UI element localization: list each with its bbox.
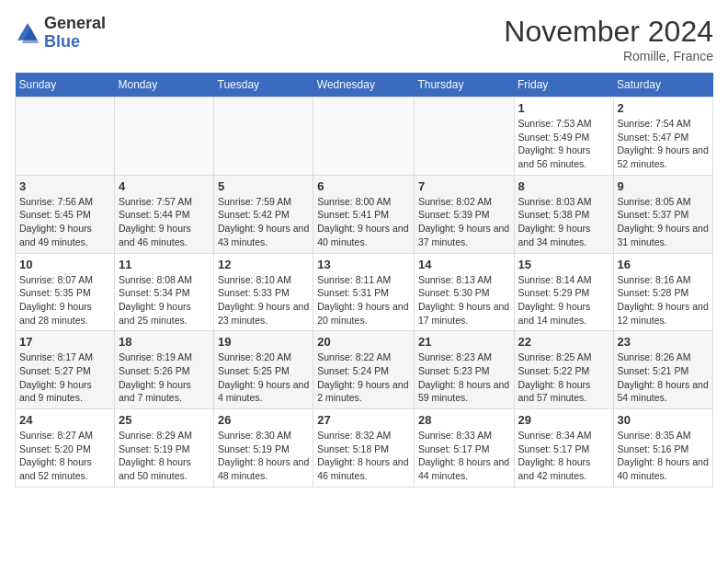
calendar-cell: [16, 98, 115, 176]
calendar-cell: 20Sunrise: 8:22 AM Sunset: 5:24 PM Dayli…: [313, 331, 415, 409]
calendar-cell: 26Sunrise: 8:30 AM Sunset: 5:19 PM Dayli…: [214, 409, 313, 488]
calendar-cell: 24Sunrise: 8:27 AM Sunset: 5:20 PM Dayli…: [16, 409, 115, 488]
day-number: 23: [618, 335, 710, 349]
day-info: Sunrise: 8:19 AM Sunset: 5:26 PM Dayligh…: [119, 350, 210, 405]
weekday-header-row: SundayMondayTuesdayWednesdayThursdayFrid…: [16, 73, 713, 98]
day-info: Sunrise: 8:11 AM Sunset: 5:31 PM Dayligh…: [317, 273, 410, 327]
day-info: Sunrise: 8:20 AM Sunset: 5:25 PM Dayligh…: [218, 350, 309, 405]
day-info: Sunrise: 8:22 AM Sunset: 5:24 PM Dayligh…: [317, 350, 410, 405]
day-number: 1: [518, 101, 609, 115]
calendar-cell: 1Sunrise: 7:53 AM Sunset: 5:49 PM Daylig…: [514, 98, 613, 176]
day-number: 4: [119, 179, 210, 193]
day-info: Sunrise: 7:53 AM Sunset: 5:49 PM Dayligh…: [518, 117, 609, 171]
month-title: November 2024: [504, 15, 713, 49]
calendar-cell: 19Sunrise: 8:20 AM Sunset: 5:25 PM Dayli…: [214, 331, 313, 409]
calendar-cell: 30Sunrise: 8:35 AM Sunset: 5:16 PM Dayli…: [613, 409, 713, 488]
calendar-week-5: 24Sunrise: 8:27 AM Sunset: 5:20 PM Dayli…: [16, 409, 713, 488]
day-number: 22: [518, 335, 609, 349]
day-info: Sunrise: 7:59 AM Sunset: 5:42 PM Dayligh…: [218, 195, 309, 249]
weekday-header-thursday: Thursday: [414, 73, 514, 98]
day-info: Sunrise: 8:29 AM Sunset: 5:19 PM Dayligh…: [119, 429, 210, 483]
calendar-cell: 17Sunrise: 8:17 AM Sunset: 5:27 PM Dayli…: [16, 331, 115, 409]
day-number: 10: [19, 258, 110, 271]
calendar-cell: 12Sunrise: 8:10 AM Sunset: 5:33 PM Dayli…: [214, 253, 313, 331]
day-number: 18: [119, 335, 210, 349]
day-number: 8: [518, 179, 609, 193]
day-info: Sunrise: 8:33 AM Sunset: 5:17 PM Dayligh…: [418, 429, 510, 483]
calendar-cell: 9Sunrise: 8:05 AM Sunset: 5:37 PM Daylig…: [613, 175, 713, 253]
day-info: Sunrise: 8:07 AM Sunset: 5:35 PM Dayligh…: [19, 273, 110, 327]
calendar-week-3: 10Sunrise: 8:07 AM Sunset: 5:35 PM Dayli…: [16, 253, 713, 331]
title-area: November 2024 Romille, France: [504, 15, 713, 63]
day-number: 13: [317, 258, 410, 271]
day-info: Sunrise: 8:14 AM Sunset: 5:29 PM Dayligh…: [518, 273, 609, 327]
day-number: 11: [119, 258, 210, 271]
day-number: 24: [19, 413, 110, 427]
logo-blue-text: Blue: [44, 32, 80, 51]
day-number: 14: [418, 258, 510, 271]
calendar-cell: [114, 98, 213, 176]
day-number: 26: [218, 413, 309, 427]
day-number: 28: [418, 413, 510, 427]
day-info: Sunrise: 8:35 AM Sunset: 5:16 PM Dayligh…: [618, 429, 710, 483]
calendar-cell: 28Sunrise: 8:33 AM Sunset: 5:17 PM Dayli…: [414, 409, 514, 488]
calendar-cell: 25Sunrise: 8:29 AM Sunset: 5:19 PM Dayli…: [114, 409, 213, 488]
day-number: 3: [19, 179, 110, 193]
day-info: Sunrise: 8:32 AM Sunset: 5:18 PM Dayligh…: [317, 429, 410, 483]
day-number: 5: [218, 179, 309, 193]
calendar-cell: 27Sunrise: 8:32 AM Sunset: 5:18 PM Dayli…: [313, 409, 415, 488]
logo-icon: [15, 20, 40, 46]
day-number: 29: [518, 413, 609, 427]
calendar-cell: 14Sunrise: 8:13 AM Sunset: 5:30 PM Dayli…: [414, 253, 514, 331]
weekday-header-monday: Monday: [114, 73, 213, 98]
day-number: 20: [317, 335, 410, 349]
calendar-week-2: 3Sunrise: 7:56 AM Sunset: 5:45 PM Daylig…: [16, 175, 713, 253]
calendar-cell: 13Sunrise: 8:11 AM Sunset: 5:31 PM Dayli…: [313, 253, 415, 331]
logo: General Blue: [15, 15, 106, 52]
day-info: Sunrise: 8:17 AM Sunset: 5:27 PM Dayligh…: [19, 350, 110, 405]
location: Romille, France: [504, 49, 713, 63]
calendar-week-4: 17Sunrise: 8:17 AM Sunset: 5:27 PM Dayli…: [16, 331, 713, 409]
day-number: 16: [618, 258, 710, 271]
calendar-cell: 10Sunrise: 8:07 AM Sunset: 5:35 PM Dayli…: [16, 253, 115, 331]
calendar-cell: 21Sunrise: 8:23 AM Sunset: 5:23 PM Dayli…: [414, 331, 514, 409]
day-info: Sunrise: 8:00 AM Sunset: 5:41 PM Dayligh…: [317, 195, 410, 249]
calendar-cell: 5Sunrise: 7:59 AM Sunset: 5:42 PM Daylig…: [214, 175, 313, 253]
day-number: 12: [218, 258, 309, 271]
calendar-cell: 7Sunrise: 8:02 AM Sunset: 5:39 PM Daylig…: [414, 175, 514, 253]
day-number: 30: [618, 413, 710, 427]
day-number: 17: [19, 335, 110, 349]
day-number: 6: [317, 179, 410, 193]
day-info: Sunrise: 8:13 AM Sunset: 5:30 PM Dayligh…: [418, 273, 510, 327]
calendar-cell: 4Sunrise: 7:57 AM Sunset: 5:44 PM Daylig…: [114, 175, 213, 253]
day-info: Sunrise: 8:34 AM Sunset: 5:17 PM Dayligh…: [518, 429, 609, 483]
day-info: Sunrise: 8:08 AM Sunset: 5:34 PM Dayligh…: [119, 273, 210, 327]
calendar-cell: 23Sunrise: 8:26 AM Sunset: 5:21 PM Dayli…: [613, 331, 713, 409]
day-number: 2: [618, 101, 710, 115]
calendar-cell: 3Sunrise: 7:56 AM Sunset: 5:45 PM Daylig…: [16, 175, 115, 253]
calendar-cell: 29Sunrise: 8:34 AM Sunset: 5:17 PM Dayli…: [514, 409, 613, 488]
day-number: 27: [317, 413, 410, 427]
day-info: Sunrise: 8:27 AM Sunset: 5:20 PM Dayligh…: [19, 429, 110, 483]
calendar-cell: 15Sunrise: 8:14 AM Sunset: 5:29 PM Dayli…: [514, 253, 613, 331]
calendar-table: SundayMondayTuesdayWednesdayThursdayFrid…: [15, 73, 713, 488]
calendar-cell: 11Sunrise: 8:08 AM Sunset: 5:34 PM Dayli…: [114, 253, 213, 331]
calendar-cell: [313, 98, 415, 176]
calendar-cell: [214, 98, 313, 176]
calendar-cell: 6Sunrise: 8:00 AM Sunset: 5:41 PM Daylig…: [313, 175, 415, 253]
day-info: Sunrise: 8:30 AM Sunset: 5:19 PM Dayligh…: [218, 429, 309, 483]
day-info: Sunrise: 8:03 AM Sunset: 5:38 PM Dayligh…: [518, 195, 609, 249]
day-number: 15: [518, 258, 609, 271]
day-info: Sunrise: 8:23 AM Sunset: 5:23 PM Dayligh…: [418, 350, 510, 405]
day-info: Sunrise: 7:56 AM Sunset: 5:45 PM Dayligh…: [19, 195, 110, 249]
day-info: Sunrise: 8:26 AM Sunset: 5:21 PM Dayligh…: [618, 350, 710, 405]
weekday-header-sunday: Sunday: [16, 73, 115, 98]
day-info: Sunrise: 7:54 AM Sunset: 5:47 PM Dayligh…: [618, 117, 710, 171]
weekday-header-friday: Friday: [514, 73, 613, 98]
day-info: Sunrise: 8:02 AM Sunset: 5:39 PM Dayligh…: [418, 195, 510, 249]
day-number: 25: [119, 413, 210, 427]
day-info: Sunrise: 8:25 AM Sunset: 5:22 PM Dayligh…: [518, 350, 609, 405]
logo-general-text: General: [44, 14, 106, 32]
day-info: Sunrise: 8:10 AM Sunset: 5:33 PM Dayligh…: [218, 273, 309, 327]
day-info: Sunrise: 7:57 AM Sunset: 5:44 PM Dayligh…: [119, 195, 210, 249]
